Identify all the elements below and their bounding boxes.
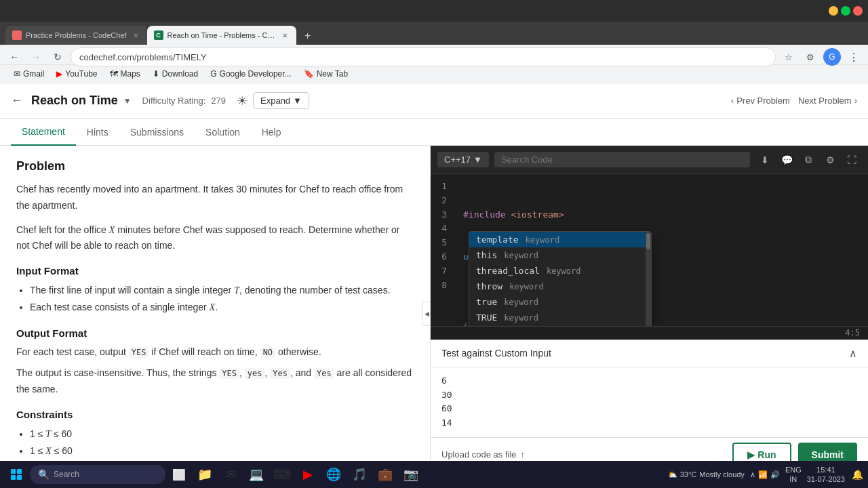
upload-code-btn[interactable]: Upload code as file ↑	[441, 449, 525, 460]
bookmark-new-tab[interactable]: 🔖 New Tab	[298, 67, 353, 81]
bookmark-star[interactable]: ☆	[780, 48, 797, 66]
tab-solution[interactable]: Solution	[195, 119, 251, 146]
taskbar-chrome[interactable]: 🌐	[321, 462, 346, 487]
theme-toggle[interactable]: ☀	[237, 94, 248, 108]
back-nav-btn[interactable]: ←	[5, 48, 23, 66]
constraints-heading: Constraints	[16, 409, 414, 420]
language-selector[interactable]: C++17 ▼	[437, 152, 489, 167]
fullscreen-icon[interactable]: ⛶	[842, 150, 861, 169]
autocomplete-dropdown[interactable]: template keyword this keyword thread_loc…	[469, 231, 652, 326]
next-problem-btn[interactable]: Next Problem ›	[798, 96, 857, 106]
bookmark-youtube[interactable]: ▶ YouTube	[51, 67, 102, 81]
taskbar-app9[interactable]: 💼	[373, 462, 397, 487]
ac-name-true: true	[476, 297, 497, 307]
temperature: 33°C	[680, 470, 697, 479]
taskbar-search-btn[interactable]: 🔍 Search	[30, 465, 165, 484]
tab-help[interactable]: Help	[251, 119, 292, 146]
new-tab-btn[interactable]: +	[299, 27, 317, 45]
ac-name-thread: thread_local	[476, 266, 540, 276]
settings-icon[interactable]: ⚙	[821, 150, 840, 169]
tabs-bar: Statement Hints Submissions Solution Hel…	[0, 119, 868, 146]
ac-item-template[interactable]: template keyword	[469, 232, 646, 247]
ac-item-throw[interactable]: throw keyword	[469, 279, 646, 294]
taskbar-youtube[interactable]: ▶	[296, 462, 320, 487]
weather-info: ⛅ 33°C Mostly cloudy	[668, 470, 745, 479]
tab-practice-problems[interactable]: Practice Problems - CodeChef ✕	[5, 26, 147, 45]
title-dropdown[interactable]: ▼	[123, 96, 132, 106]
bookmark-gmail[interactable]: ✉ Gmail	[8, 67, 50, 81]
ac-item-thread-local[interactable]: thread_local keyword	[469, 263, 646, 279]
panel-collapse-btn[interactable]: ◀	[422, 302, 431, 326]
reload-btn[interactable]: ↻	[49, 48, 66, 66]
ac-item-TRUE[interactable]: TRUE keyword	[469, 310, 646, 325]
line-numbers: 1 2 3 4 5 6 7 8	[431, 174, 455, 326]
taskbar-vs[interactable]: 💻	[244, 462, 269, 487]
start-btn[interactable]	[4, 462, 28, 487]
output-text1: For each test case, output YES if Chef w…	[16, 344, 414, 361]
weather-desc: Mostly cloudy	[699, 470, 745, 479]
forward-nav-btn[interactable]: →	[27, 48, 45, 66]
profile-icon[interactable]: G	[823, 48, 841, 66]
line-num-8: 8	[439, 279, 447, 293]
custom-input-collapse[interactable]: ∧	[849, 347, 857, 360]
problem-body2: Chef left for the office X minutes befor…	[16, 222, 414, 255]
prev-problem-btn[interactable]: ‹ Prev Problem	[731, 96, 790, 106]
line-num-5: 5	[439, 236, 447, 250]
task-view-btn[interactable]: ⬜	[167, 462, 191, 487]
taskbar-app8[interactable]: 🎵	[347, 462, 372, 487]
expand-btn[interactable]: Expand ▼	[253, 92, 309, 109]
input-item-1: The first line of input will contain a s…	[30, 282, 414, 299]
tab-reach-on-time[interactable]: C Reach on Time - Problems - Cod... ✕	[147, 26, 296, 45]
tab2-close[interactable]: ✕	[280, 30, 290, 40]
ac-type-thread: keyword	[547, 266, 581, 276]
search-code-input[interactable]	[494, 152, 750, 167]
copy-icon[interactable]: ⧉	[799, 150, 818, 169]
close-btn[interactable]	[853, 6, 863, 16]
tab1-close[interactable]: ✕	[131, 30, 140, 40]
back-arrow-btn[interactable]: ←	[11, 94, 23, 108]
custom-input-title: Test against Custom Input	[441, 348, 551, 359]
bookmark-download[interactable]: ⬇ Download	[147, 67, 203, 81]
constraint-2: 1 ≤ X ≤ 60	[30, 443, 414, 460]
taskbar: 🔍 Search ⬜ 📁 ✉ 💻 ⌨ ▶ 🌐 🎵 💼 📷 ⛅ 33°C Most…	[0, 461, 868, 488]
taskbar-vscode[interactable]: ⌨	[270, 462, 294, 487]
search-icon: 🔍	[38, 469, 50, 480]
output-format-heading: Output Format	[16, 327, 414, 339]
taskbar-mail[interactable]: ✉	[218, 462, 243, 487]
menu-btn[interactable]: ⋮	[845, 48, 863, 66]
tab-submissions[interactable]: Submissions	[119, 119, 195, 146]
address-text: codechef.com/problems/TIMELY	[79, 52, 767, 62]
chat-icon[interactable]: 💬	[777, 150, 796, 169]
bookmark-google-dev[interactable]: G Google Developer...	[205, 67, 296, 81]
ac-name-throw: throw	[476, 281, 502, 291]
difficulty-label: Difficulty Rating:	[142, 96, 206, 106]
maximize-btn[interactable]	[841, 6, 850, 16]
line-num-4: 4	[439, 222, 447, 236]
editor-area[interactable]: 1 2 3 4 5 6 7 8 #include <iostream> usin…	[431, 174, 868, 326]
ac-type-TRUE: keyword	[504, 313, 538, 323]
up-arrow-icon[interactable]: ∧	[750, 470, 755, 479]
tab-statement[interactable]: Statement	[11, 119, 76, 146]
tab-hints[interactable]: Hints	[76, 119, 119, 146]
extension-icon[interactable]: ⚙	[802, 48, 819, 66]
taskbar-app10[interactable]: 📷	[399, 462, 423, 487]
bookmark-maps[interactable]: 🗺 Maps	[104, 67, 146, 81]
volume-icon[interactable]: 🔊	[770, 470, 780, 479]
ac-type-template: keyword	[526, 235, 560, 245]
ac-item-true[interactable]: true keyword	[469, 294, 646, 310]
custom-input-header[interactable]: Test against Custom Input ∧	[431, 340, 868, 367]
autocomplete-scrollbar[interactable]	[646, 232, 651, 326]
constraints-list: 1 ≤ T ≤ 60 1 ≤ X ≤ 60	[16, 426, 414, 460]
ac-item-try[interactable]: try keyword	[469, 325, 646, 326]
taskbar-explorer[interactable]: 📁	[193, 462, 217, 487]
download-code-icon[interactable]: ⬇	[755, 150, 774, 169]
minimize-btn[interactable]	[829, 6, 838, 16]
ac-name-this: this	[476, 250, 497, 260]
ac-item-this[interactable]: this keyword	[469, 247, 646, 263]
main-content: ◀ Problem Chef has recently moved into a…	[0, 146, 868, 471]
problem-title-heading: Problem	[16, 159, 414, 174]
network-icon[interactable]: 📶	[758, 470, 768, 479]
notification-btn[interactable]: 🔔	[850, 468, 864, 481]
address-bar[interactable]: codechef.com/problems/TIMELY	[71, 47, 776, 66]
code-toolbar: C++17 ▼ ⬇ 💬 ⧉ ⚙ ⛶	[431, 146, 868, 174]
